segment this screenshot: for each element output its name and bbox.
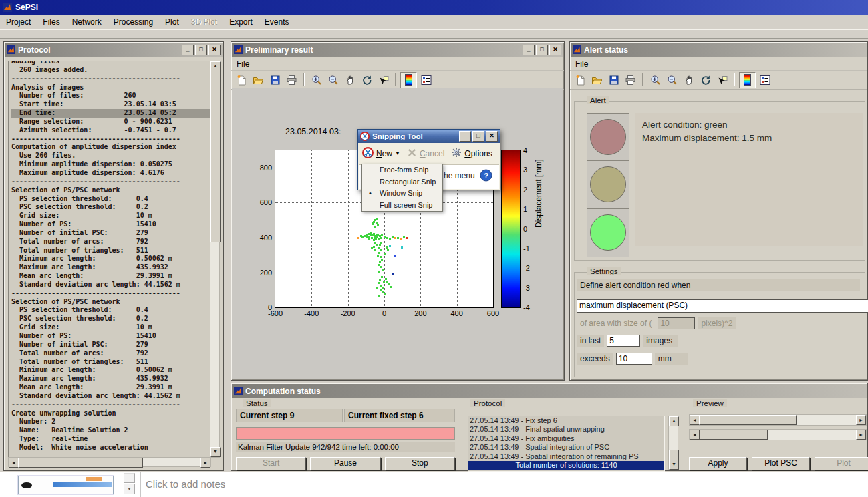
menu-plot[interactable]: Plot bbox=[159, 16, 185, 28]
scroll-thumb[interactable] bbox=[669, 450, 679, 460]
scroll-right-button[interactable]: ► bbox=[856, 415, 866, 425]
log-row-selected[interactable]: Total number of solutions: 1140 bbox=[468, 461, 664, 470]
open-folder-icon[interactable] bbox=[589, 73, 605, 88]
alert-titlebar[interactable]: Alert status bbox=[571, 43, 867, 57]
rotate-3d-icon[interactable] bbox=[359, 73, 374, 88]
file-menu[interactable]: File bbox=[231, 57, 564, 71]
log-row[interactable]: 27.05.14 13:49 - Fix step 6 bbox=[468, 416, 664, 425]
scroll-right-button[interactable]: ► bbox=[856, 430, 866, 440]
thumbnail-scroll-track[interactable] bbox=[124, 473, 135, 483]
log-row[interactable]: 27.05.14 13:49 - Spatial integration of … bbox=[468, 443, 664, 452]
traffic-light bbox=[587, 113, 629, 257]
protocol-log[interactable]: Adding files 260 images added.----------… bbox=[8, 61, 211, 458]
menu-processing[interactable]: Processing bbox=[108, 16, 159, 28]
protocol-line: End time: 23.05.14 05:2 bbox=[11, 109, 210, 118]
scroll-thumb[interactable] bbox=[700, 430, 768, 440]
apply-button[interactable]: Apply bbox=[689, 457, 747, 470]
zoom-in-icon[interactable] bbox=[647, 73, 663, 88]
new-file-icon[interactable] bbox=[573, 73, 588, 88]
scroll-left-button[interactable]: ◄ bbox=[690, 415, 700, 425]
log-row[interactable]: 27.05.14 13:49 - Final spatial unwrappin… bbox=[468, 425, 664, 434]
menu-events[interactable]: Events bbox=[259, 16, 295, 28]
menu-project[interactable]: Project bbox=[0, 16, 37, 28]
in-last-input[interactable]: 5 bbox=[607, 335, 640, 347]
colorbar-icon[interactable] bbox=[400, 72, 417, 88]
file-menu[interactable]: File bbox=[570, 57, 867, 71]
data-cursor-icon[interactable] bbox=[376, 73, 391, 88]
zoom-out-icon[interactable] bbox=[664, 73, 680, 88]
colorbar-icon[interactable] bbox=[739, 72, 756, 88]
protocol-line: Number of initial PSC: 279 bbox=[11, 229, 210, 238]
slide-thumbnail[interactable] bbox=[18, 476, 114, 494]
protocol-horizontal-scrollbar[interactable]: ◄ ► bbox=[8, 457, 211, 467]
close-button[interactable]: ✕ bbox=[549, 45, 561, 55]
help-icon[interactable]: ? bbox=[480, 169, 492, 184]
data-cursor-icon[interactable] bbox=[714, 73, 730, 88]
minimize-button[interactable]: _ bbox=[182, 45, 194, 55]
scroll-left-button[interactable]: ◄ bbox=[690, 430, 700, 440]
new-button[interactable]: New▼ bbox=[362, 147, 400, 160]
rotate-3d-icon[interactable] bbox=[698, 73, 713, 88]
pause-button[interactable]: Pause bbox=[310, 457, 380, 470]
scroll-thumb[interactable] bbox=[699, 415, 797, 425]
stop-button[interactable]: Stop bbox=[385, 457, 455, 470]
scatter-point bbox=[401, 246, 403, 248]
scroll-up-button[interactable]: ▲ bbox=[210, 61, 221, 71]
log-row[interactable]: 27.05.14 13:49 - Fix ambiguities bbox=[468, 434, 664, 443]
menu-network[interactable]: Network bbox=[66, 16, 108, 28]
maximize-button[interactable]: □ bbox=[536, 45, 548, 55]
zoom-out-icon[interactable] bbox=[325, 73, 341, 88]
save-icon[interactable] bbox=[267, 73, 283, 88]
computation-log-list[interactable]: 27.05.14 13:49 - Fix step 627.05.14 13:4… bbox=[468, 416, 665, 472]
condition-dropdown[interactable]: maximum displacement (PSC) bbox=[577, 299, 868, 313]
menu-item-rectangular-snip[interactable]: Rectangular Snip bbox=[362, 176, 442, 188]
log-scrollbar[interactable]: ▲ ▼ bbox=[668, 416, 678, 470]
menu-item-window-snip[interactable]: •Window Snip bbox=[362, 188, 442, 200]
menu-item-full-screen-snip[interactable]: Full-screen Snip bbox=[362, 200, 442, 212]
exceeds-input[interactable]: 10 bbox=[616, 353, 652, 365]
computation-titlebar[interactable]: Computation status bbox=[232, 384, 867, 398]
scroll-down-button[interactable]: ▼ bbox=[669, 460, 679, 470]
print-icon[interactable] bbox=[623, 73, 638, 88]
maximize-button[interactable]: □ bbox=[195, 45, 207, 55]
scroll-left-button[interactable]: ◄ bbox=[9, 458, 19, 468]
minimize-button[interactable]: _ bbox=[523, 45, 535, 55]
preview-slider-2[interactable]: ◄ ► bbox=[689, 429, 867, 440]
scroll-up-button[interactable]: ▲ bbox=[669, 416, 679, 426]
pan-icon[interactable] bbox=[681, 73, 696, 88]
preview-slider-1[interactable]: ◄ ► bbox=[689, 414, 867, 426]
menu-files[interactable]: Files bbox=[37, 16, 65, 28]
snipping-tool-titlebar[interactable]: Snipping Tool _ □ ✕ bbox=[358, 130, 500, 143]
pan-icon[interactable] bbox=[342, 73, 357, 88]
preliminary-titlebar[interactable]: Preliminary result _ □ ✕ bbox=[232, 43, 563, 57]
protocol-line: Number: 2 bbox=[11, 418, 210, 426]
plot-psc-button[interactable]: Plot PSC bbox=[752, 457, 810, 470]
print-icon[interactable] bbox=[284, 73, 299, 88]
save-icon[interactable] bbox=[606, 73, 621, 88]
close-button[interactable]: ✕ bbox=[486, 131, 498, 142]
area-size-input[interactable]: 10 bbox=[658, 317, 695, 329]
chevron-down-icon[interactable]: ▼ bbox=[395, 150, 400, 156]
new-label: New bbox=[376, 149, 392, 158]
new-file-icon[interactable] bbox=[234, 73, 249, 88]
scroll-down-button[interactable]: ▼ bbox=[210, 447, 221, 457]
close-button[interactable]: ✕ bbox=[208, 45, 221, 55]
open-folder-icon[interactable] bbox=[251, 73, 266, 88]
notes-placeholder[interactable]: Click to add notes bbox=[146, 478, 225, 490]
menu-export[interactable]: Export bbox=[223, 16, 259, 28]
scroll-right-button[interactable]: ► bbox=[200, 458, 210, 468]
protocol-titlebar[interactable]: Protocol _ □ ✕ bbox=[5, 43, 223, 57]
preview-group-label: Preview bbox=[693, 399, 727, 407]
thumbnail-scroll-down-button[interactable]: ▼ bbox=[124, 484, 135, 494]
menu-item-free-form-snip[interactable]: Free-form Snip bbox=[362, 164, 442, 176]
scroll-thumb[interactable] bbox=[18, 458, 143, 468]
zoom-in-icon[interactable] bbox=[309, 73, 324, 88]
scroll-thumb[interactable] bbox=[210, 71, 221, 242]
protocol-vertical-scrollbar[interactable]: ▲ ▼ bbox=[210, 61, 220, 458]
minimize-button[interactable]: _ bbox=[459, 131, 471, 142]
log-row[interactable]: 27.05.14 13:49 - Spatial integration of … bbox=[468, 452, 664, 461]
options-button[interactable]: Options bbox=[451, 147, 492, 160]
insert-legend-icon[interactable] bbox=[418, 73, 434, 88]
insert-legend-icon[interactable] bbox=[757, 73, 772, 88]
maximize-button[interactable]: □ bbox=[472, 131, 484, 142]
